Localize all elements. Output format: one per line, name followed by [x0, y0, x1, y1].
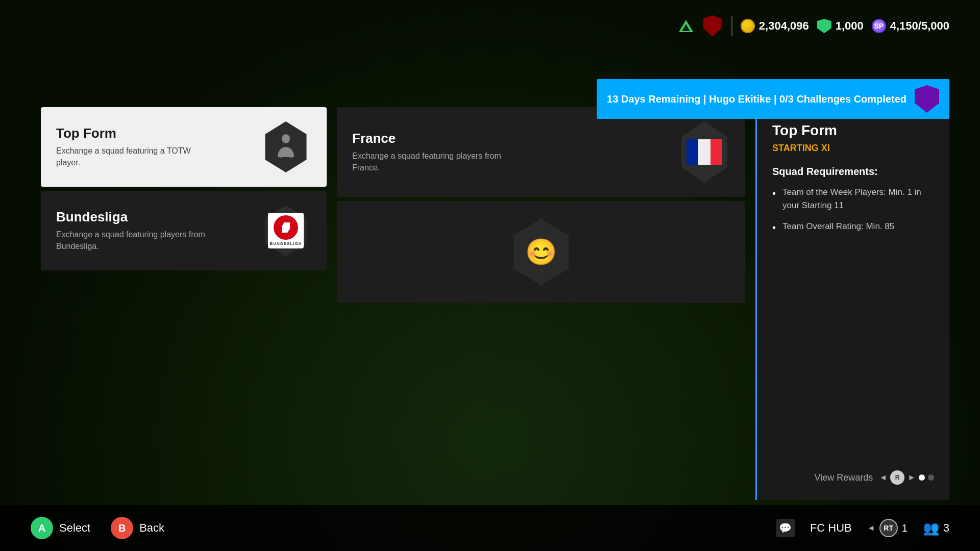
r-button[interactable]: R	[890, 470, 904, 485]
main-content: Top Form Exchange a squad featuring a TO…	[41, 107, 949, 500]
player-count-value: 3	[943, 521, 949, 535]
action-back[interactable]: B Back	[111, 517, 164, 539]
requirement-2: Team Overall Rating: Min. 85	[772, 220, 934, 233]
b-button: B	[111, 517, 133, 539]
currency-coins: 2,304,096	[741, 19, 809, 33]
notification-text: 13 Days Remaining | Hugo Ekitike | 0/3 C…	[607, 93, 906, 105]
card-top-form[interactable]: Top Form Exchange a squad featuring a TO…	[41, 107, 327, 187]
currency-points: 1,000	[817, 19, 864, 33]
sp-icon: SP	[872, 19, 886, 33]
reward-nav: ◄ R ►	[879, 470, 934, 485]
card-top-form-desc: Exchange a squad featuring a TOTW player…	[56, 145, 209, 168]
unknown-icon: 😊	[525, 237, 557, 267]
card-france-desc: Exchange a squad featuring players from …	[352, 151, 505, 173]
chat-icon[interactable]: 💬	[776, 519, 795, 537]
rt-button[interactable]: ◄ RT 1	[867, 519, 908, 537]
svg-point-2	[288, 153, 293, 158]
coin-icon	[741, 19, 755, 33]
totw-badge	[263, 121, 309, 172]
card-france-title: France	[352, 131, 679, 146]
a-button: A	[31, 517, 53, 539]
card-top-form-badge	[260, 121, 311, 172]
middle-panel: France Exchange a squad featuring player…	[327, 107, 755, 500]
card-bundesliga[interactable]: Bundesliga Exchange a squad featuring pl…	[41, 191, 327, 270]
card-bundesliga-info: Bundesliga Exchange a squad featuring pl…	[56, 209, 260, 252]
top-hud: 2,304,096 1,000 SP 4,150/5,000	[675, 15, 949, 37]
bundesliga-logo-badge: BUNDESLIGA	[268, 213, 304, 248]
triangle-icon	[675, 15, 697, 37]
nav-dot-2	[928, 474, 934, 481]
rt-left-arrow: ◄	[867, 523, 875, 533]
view-rewards[interactable]: View Rewards ◄ R ►	[815, 470, 934, 485]
view-rewards-label: View Rewards	[815, 472, 873, 483]
sp-value: 4,150/5,000	[890, 19, 949, 33]
right-panel-title: Top Form	[772, 122, 934, 139]
card-france[interactable]: France Exchange a squad featuring player…	[337, 107, 745, 197]
right-panel: Top Form STARTING XI Squad Requirements:…	[755, 107, 949, 500]
bundesliga-logo-circle	[274, 215, 298, 240]
bundesliga-text: BUNDESLIGA	[270, 241, 302, 246]
card-bundesliga-badge: BUNDESLIGA	[260, 205, 311, 256]
rt-circle: RT	[879, 519, 898, 537]
bundesliga-badge-hex: BUNDESLIGA	[263, 205, 309, 256]
bottom-right-actions: 💬 FC HUB ◄ RT 1 👥 3	[776, 519, 949, 537]
coins-value: 2,304,096	[759, 19, 809, 33]
card-top-form-title: Top Form	[56, 126, 260, 141]
card-france-info: France Exchange a squad featuring player…	[352, 131, 679, 173]
fc-hub-label: FC HUB	[810, 521, 852, 535]
right-panel-subtitle: STARTING XI	[772, 143, 934, 154]
shield-green-icon	[817, 19, 831, 33]
card-bundesliga-title: Bundesliga	[56, 209, 260, 225]
card-bundesliga-desc: Exchange a squad featuring players from …	[56, 229, 209, 252]
nav-dot-1	[919, 474, 925, 481]
bottom-left-actions: A Select B Back	[31, 517, 164, 539]
card-france-badge	[679, 121, 730, 183]
currency-sp: SP 4,150/5,000	[872, 19, 949, 33]
requirement-1: Team of the Week Players: Min. 1 in your…	[772, 186, 934, 212]
unknown-badge: 😊	[510, 219, 572, 285]
back-label: Back	[139, 521, 164, 535]
svg-point-1	[278, 153, 283, 158]
card-unknown: 😊	[337, 201, 745, 303]
select-label: Select	[59, 521, 90, 535]
requirements-title: Squad Requirements:	[772, 166, 934, 178]
requirements-list: Team of the Week Players: Min. 1 in your…	[772, 186, 934, 233]
hud-divider	[731, 16, 732, 36]
points-value: 1,000	[836, 19, 864, 33]
totw-player-icon	[274, 133, 298, 161]
bottom-bar: A Select B Back 💬 FC HUB ◄ RT 1 👥 3	[0, 505, 980, 551]
svg-point-0	[282, 134, 290, 143]
shield-icon	[702, 15, 723, 37]
notification-avatar	[915, 85, 939, 113]
left-arrow-icon: ◄	[879, 473, 887, 482]
france-hex-badge	[679, 121, 730, 183]
hud-icons	[675, 15, 723, 37]
notification-banner: 13 Days Remaining | Hugo Ekitike | 0/3 C…	[597, 79, 949, 119]
b-button-letter: B	[118, 522, 126, 534]
a-button-letter: A	[38, 522, 45, 534]
right-arrow-icon: ►	[908, 473, 916, 482]
rt-value: 1	[902, 522, 908, 534]
player-count: 👥 3	[923, 520, 949, 536]
card-top-form-info: Top Form Exchange a squad featuring a TO…	[56, 126, 260, 168]
france-flag	[687, 139, 722, 165]
player-icon: 👥	[923, 520, 939, 536]
action-select[interactable]: A Select	[31, 517, 90, 539]
card-list: Top Form Exchange a squad featuring a TO…	[41, 107, 327, 500]
